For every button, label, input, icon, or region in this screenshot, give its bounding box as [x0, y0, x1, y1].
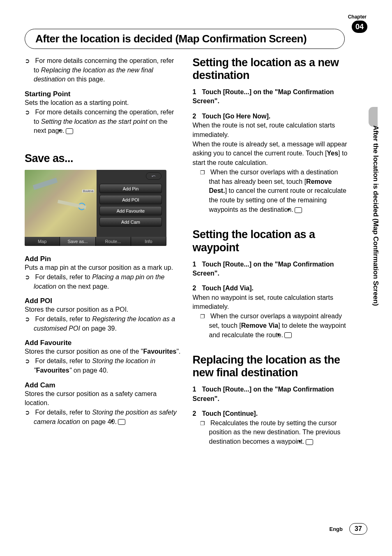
section-end-icon: [295, 207, 302, 213]
add-poi-bullet-text: For details, refer to: [35, 315, 92, 322]
sec2-step1-text: Touch [Route...] on the "Map Confirmatio…: [193, 261, 334, 277]
add-pin-note: For details, refer to Placing a map pin …: [25, 273, 181, 291]
side-running-title: After the location is decided (Map Confi…: [371, 125, 380, 306]
step-number: 2: [193, 285, 196, 292]
intro-note: For more details concerning the operatio…: [25, 56, 181, 84]
page-title: After the location is decided (Map Confi…: [35, 32, 334, 45]
map-street-label: Bouleva: [82, 190, 94, 192]
add-fav-desc-b: Favourites: [143, 348, 177, 355]
map-cursor-icon: [78, 203, 85, 210]
sec1-step2: 2Touch [Go Here Now].: [193, 112, 349, 121]
footer-lang: Engb: [330, 526, 343, 532]
page-root: Chapter 04 After the location is decided…: [0, 0, 392, 556]
menu-add-cam[interactable]: Add Cam: [99, 217, 162, 227]
sec1-note-c: ] to cancel the current route or recalcu…: [209, 187, 346, 213]
sec1-p2a: When the route is already set, a message…: [193, 141, 347, 157]
add-poi-desc: Stores the cursor position as a POI.: [25, 305, 181, 315]
section-end-icon: [306, 439, 313, 445]
menu-add-poi[interactable]: Add POI: [99, 195, 162, 204]
save-as-heading: Save as...: [25, 152, 181, 165]
sec3-note-text: Recalculates the route by setting the cu…: [209, 419, 341, 445]
sec3-step2: 2Touch [Continue].: [193, 409, 349, 418]
sec1-step1: 1Touch [Route...] on the "Map Confirmati…: [193, 88, 349, 106]
add-favourite-heading: Add Favourite: [25, 339, 181, 347]
page-title-container: After the location is decided (Map Confi…: [25, 29, 345, 49]
starting-point-ref: Setting the location as the start point: [41, 118, 148, 125]
map-preview: Bouleva: [25, 170, 97, 237]
sec1-heading: Setting the location as a new destinatio…: [193, 56, 349, 82]
sec2-heading: Setting the location as a waypoint: [193, 228, 349, 254]
page-footer: Engb 37: [330, 523, 368, 535]
starting-point-heading: Starting Point: [25, 90, 181, 98]
sec3-note: Recalculates the route by setting the cu…: [193, 419, 349, 447]
section-end-icon: [66, 128, 73, 134]
add-fav-bullet-text: For details, refer to: [35, 357, 92, 364]
chapter-label: Chapter: [348, 14, 367, 20]
tab-route[interactable]: Route...: [96, 237, 131, 246]
add-fav-ref-bold: Favourites: [36, 367, 69, 374]
step-number: 1: [193, 88, 196, 95]
starting-point-note: For more details concerning the operatio…: [25, 108, 181, 136]
section-end-icon: [284, 332, 292, 338]
sec2-para1: When no waypoint is set, route calculati…: [193, 293, 349, 312]
section-end-icon: [118, 419, 125, 425]
sec1-note: When the cursor overlaps with a destinat…: [193, 168, 349, 215]
left-column: For more details concerning the operatio…: [25, 56, 181, 447]
bottom-tabs: Map Save as... Route... Info: [25, 237, 166, 246]
page-number: 37: [349, 523, 367, 535]
add-cam-note: For details, refer to Storing the positi…: [25, 408, 181, 426]
add-favourite-note: For details, refer to Storing the locati…: [25, 357, 181, 375]
add-poi-heading: Add POI: [25, 297, 181, 305]
chapter-number-badge: 04: [352, 21, 367, 33]
right-column: Setting the location as a new destinatio…: [193, 56, 349, 447]
sec1-step2-text: Touch [Go Here Now].: [202, 113, 270, 120]
sec1-para2: When the route is already set, a message…: [193, 140, 349, 168]
sec2-note-b: Remove Via: [241, 322, 278, 329]
sec3-step1-text: Touch [Route...] on the "Map Confirmatio…: [193, 386, 334, 402]
add-cam-bullet-text: For details, refer to: [35, 409, 92, 416]
sec2-step2-text: Touch [Add Via].: [202, 285, 254, 292]
sec2-step1: 1Touch [Route...] on the "Map Confirmati…: [193, 260, 349, 278]
sec2-note: When the cursor overlaps a waypoint alre…: [193, 312, 349, 340]
add-cam-desc: Stores the cursor position as a safety c…: [25, 389, 181, 408]
step-number: 1: [193, 261, 196, 268]
intro-tail: on this page.: [65, 76, 105, 83]
step-number: 2: [193, 113, 196, 120]
tab-info[interactable]: Info: [131, 237, 166, 246]
add-fav-desc-c: ".: [176, 348, 180, 355]
add-poi-note: For details, refer to Registering the lo…: [25, 315, 181, 333]
sec3-step1: 1Touch [Route...] on the "Map Confirmati…: [193, 385, 349, 403]
add-fav-desc-a: Stores the cursor position as one of the…: [25, 348, 143, 355]
sec2-step2: 2Touch [Add Via].: [193, 284, 349, 293]
sec3-step2-text: Touch [Continue].: [202, 410, 258, 417]
menu-add-pin[interactable]: Add Pin: [99, 184, 162, 193]
add-poi-tail: on page 39.: [80, 325, 117, 332]
save-as-screenshot: Bouleva ⤺ Add Pin Add POI Add Favourite …: [25, 170, 166, 246]
step-number: 2: [193, 410, 196, 417]
sec1-para1: When the route is not set, route calcula…: [193, 121, 349, 139]
add-cam-heading: Add Cam: [25, 381, 181, 389]
sec3-heading: Replacing the location as the new final …: [193, 354, 349, 379]
save-as-menu: Add Pin Add POI Add Favourite Add Cam: [97, 182, 164, 228]
add-pin-desc: Puts a map pin at the cursor position as…: [25, 263, 181, 273]
add-fav-tail: on page 40.: [71, 367, 108, 374]
content-columns: For more details concerning the operatio…: [25, 56, 367, 447]
side-thumb-tab: [369, 107, 378, 127]
back-button[interactable]: ⤺: [146, 172, 161, 180]
sec1-p2b: Yes: [327, 150, 339, 157]
add-pin-tail: on the next page.: [56, 283, 109, 290]
menu-add-favourite[interactable]: Add Favourite: [99, 206, 162, 215]
sec1-step1-text: Touch [Route...] on the "Map Confirmatio…: [193, 88, 334, 104]
add-favourite-desc: Stores the cursor position as one of the…: [25, 347, 181, 357]
tab-save-as[interactable]: Save as...: [60, 237, 95, 246]
starting-point-desc: Sets the location as a starting point.: [25, 98, 181, 108]
add-pin-bullet-text: For details, refer to: [35, 273, 92, 280]
tab-map[interactable]: Map: [25, 237, 60, 246]
step-number: 1: [193, 386, 196, 393]
add-pin-heading: Add Pin: [25, 255, 181, 263]
